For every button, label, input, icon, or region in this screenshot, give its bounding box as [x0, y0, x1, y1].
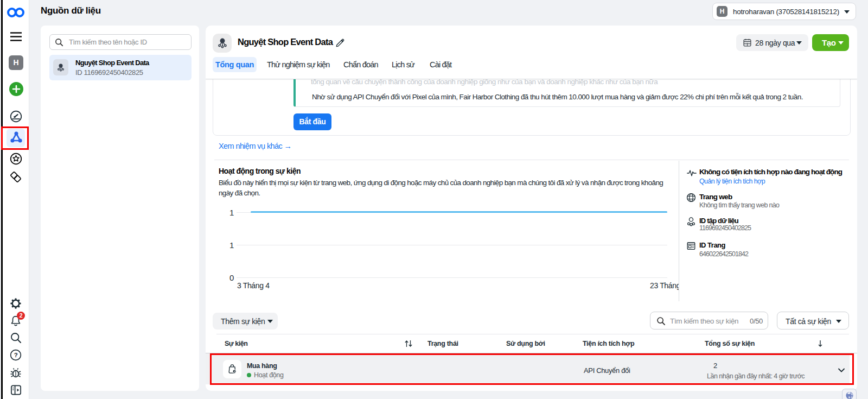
svg-text:?: ? — [14, 352, 18, 358]
